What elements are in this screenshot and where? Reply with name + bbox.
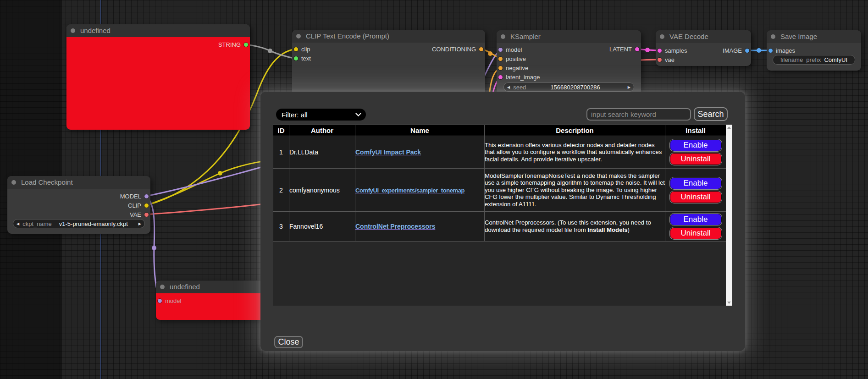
link-dot-blue[interactable] [757,48,761,53]
description-text: ModelSamplerTonemapNoiseTest a node that… [485,172,665,208]
close-button[interactable]: Close [274,336,303,348]
enable-button[interactable]: Enable [670,177,722,189]
link-dot-purple[interactable] [152,246,156,250]
output-dot-conditioning[interactable] [479,47,483,51]
input-slot-clip: clip [294,44,310,54]
node-collapse-dot[interactable] [160,285,165,289]
search-input[interactable] [586,108,691,121]
output-label: STRING [218,41,241,48]
node-title: VAE Decode [669,33,708,40]
input-dot-latent-image[interactable] [498,75,503,79]
filter-selected-value: Filter: all [282,111,308,119]
ckpt-name-widget[interactable]: ◀ ckpt_name v1-5-pruned-emaonly.ckpt ▶ [13,219,145,228]
node-collapse-dot[interactable] [501,34,505,39]
output-dot-vae[interactable] [144,213,149,217]
input-slot-text: text [294,54,311,63]
enable-button[interactable]: Enable [670,214,722,225]
ckpt-next-arrow[interactable]: ▶ [135,222,144,226]
input-label: text [301,55,311,62]
output-label: IMAGE [723,47,742,54]
scroll-up-arrow-icon[interactable] [727,126,731,129]
input-dot-samples[interactable] [658,49,662,53]
node-collapse-dot[interactable] [660,34,664,39]
node-clip-text-encode[interactable]: CLIP Text Encode (Prompt) clip text COND… [292,30,485,99]
node-collapse-dot[interactable] [296,34,301,38]
input-dot-negative[interactable] [498,66,503,70]
filter-dropdown[interactable]: Filter: all [276,109,366,121]
link-dot-orange[interactable] [488,51,492,56]
ckpt-name-label: ckpt_name [22,220,52,227]
cell-id: 2 [273,169,289,212]
extension-link[interactable]: ControlNet Preprocessors [355,223,435,230]
cell-id: 3 [273,212,289,242]
filename-prefix-widget[interactable]: filename_prefix ComfyUI [773,55,855,65]
node-save-image[interactable]: Save Image images filename_prefix ComfyU… [767,30,861,71]
input-label: images [776,47,795,54]
uninstall-button[interactable]: Uninstall [670,227,722,239]
node-collapse-dot[interactable] [11,180,16,185]
input-label: vae [665,56,674,63]
filename-prefix-value: ComfyUI [824,56,847,63]
node-vae-decode[interactable]: VAE Decode samples vae IMAGE [656,30,751,66]
link-dot-yellow[interactable] [218,171,222,176]
table-row: 1 Dr.Lt.Data ComfyUI Impact Pack This ex… [273,136,726,169]
node-undefined-top[interactable]: undefined STRING [66,24,250,130]
output-dot-image[interactable] [745,49,749,53]
header-install: Install [665,125,726,136]
comfyui-canvas[interactable]: undefined STRING CLIP Text Encode (Promp… [0,0,868,379]
input-slot-model: model [158,296,181,305]
input-slot-samples: samples [658,46,687,55]
input-dot-model[interactable] [158,299,162,303]
input-dot-images[interactable] [768,49,773,53]
node-title-bar[interactable]: CLIP Text Encode (Prompt) [292,30,485,43]
input-dot-clip[interactable] [294,47,298,51]
node-collapse-dot[interactable] [71,28,75,33]
node-title-bar[interactable]: undefined [66,24,250,37]
seed-decrement-arrow[interactable]: ◀ [504,85,513,89]
input-dot-positive[interactable] [498,57,503,61]
uninstall-button[interactable]: Uninstall [670,191,722,203]
cell-author: Dr.Lt.Data [289,136,355,169]
node-collapse-dot[interactable] [771,34,775,39]
header-description: Description [485,125,665,136]
output-label: CLIP [128,202,141,209]
node-title-bar[interactable]: Save Image [767,30,861,43]
cell-description: This extension offers various detector n… [485,136,665,169]
node-title-bar[interactable]: Load Checkpoint [7,176,150,189]
node-error-body [66,37,250,130]
extension-link[interactable]: ComfyUI_experiments/sampler_tonemap [355,187,464,194]
link-dot-gray[interactable] [268,49,272,53]
node-ksampler[interactable]: KSampler model positive negative latent_… [497,30,641,94]
cell-description: ControlNet Preprocessors. (To use this e… [485,212,665,242]
extension-link[interactable]: ComfyUI Impact Pack [355,148,421,156]
filename-prefix-label: filename_prefix [780,56,821,63]
ckpt-prev-arrow[interactable]: ◀ [13,222,22,226]
output-dot-model[interactable] [144,194,149,198]
seed-increment-arrow[interactable]: ▶ [625,85,634,89]
node-load-checkpoint[interactable]: Load Checkpoint MODEL CLIP VAE ◀ ckpt_na… [7,176,150,234]
output-slot-clip: CLIP [128,201,149,210]
input-dot-vae[interactable] [658,58,662,62]
output-dot-string[interactable] [244,43,248,47]
node-title-bar[interactable]: VAE Decode [656,30,751,43]
input-dot-text[interactable] [294,56,298,60]
description-bold-text: Install Models [587,226,627,233]
link-dot-pink[interactable] [645,48,650,52]
uninstall-button[interactable]: Uninstall [670,153,722,165]
header-name: Name [355,125,485,136]
output-dot-latent[interactable] [635,47,639,51]
output-label: VAE [130,211,141,218]
enable-button[interactable]: Enable [670,139,722,151]
output-dot-clip[interactable] [144,203,149,208]
node-title-bar[interactable]: KSampler [497,30,641,43]
seed-widget[interactable]: ◀ seed 156680208700286 ▶ [503,82,634,92]
table-row: 3 Fannovel16 ControlNet Preprocessors Co… [273,212,726,242]
table-header-row: ID Author Name Description Install [273,125,726,136]
output-label: MODEL [120,193,141,200]
scrollbar[interactable] [726,125,732,306]
search-button[interactable]: Search [694,107,728,121]
scroll-down-arrow-icon[interactable] [727,302,731,304]
chevron-down-icon [355,110,361,116]
input-label: samples [665,47,687,54]
input-dot-model[interactable] [498,48,503,52]
